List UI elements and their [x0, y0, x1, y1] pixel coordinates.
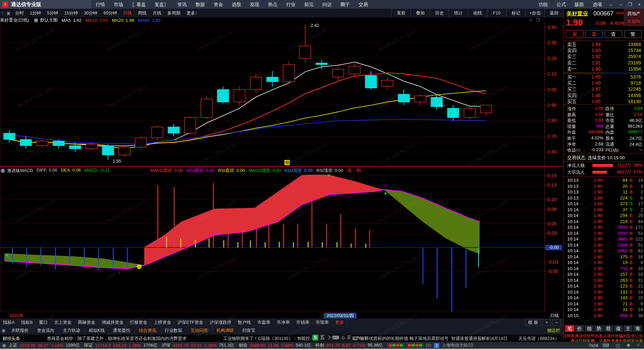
indicator-gear-icon[interactable]: ▾ — [1, 169, 5, 173]
panel-tab-势[interactable]: 势 — [594, 325, 603, 332]
chart-corner-icons[interactable]: ◇ ❒ — [529, 17, 540, 22]
tab-行业数据[interactable]: 行业数据 — [161, 326, 186, 335]
tool-画线[interactable]: 画线 — [468, 9, 487, 17]
main-candlestick-chart[interactable]: 2.421.55精 — [0, 23, 544, 166]
tool-统计[interactable]: 统计 — [449, 9, 468, 17]
tab-指标B[interactable]: 指标B — [18, 318, 36, 326]
menu-item-问达[interactable]: 问达 — [318, 0, 336, 9]
macd-indicator-chart[interactable]: ▼↑↓↑☺▼▼ — [0, 175, 544, 312]
tool-复权[interactable]: 复权 — [391, 9, 411, 17]
period-tab-1分钟[interactable]: 1分钟 — [27, 9, 44, 17]
tab-打板资金[interactable]: 打板资金 — [127, 318, 151, 326]
panel-tab-主[interactable]: 主 — [624, 325, 633, 332]
period-tab-分时[interactable]: 分时 — [12, 9, 27, 17]
launcher-icon[interactable]: ⠿ — [347, 335, 351, 340]
index-name[interactable]: 深证 — [84, 342, 93, 348]
layout-grid-icon[interactable]: ▣ — [5, 11, 12, 15]
tab-资金流向[interactable]: 资金流向 — [33, 326, 59, 335]
launcher-icon[interactable]: ☺ — [341, 335, 345, 340]
menu-item-功能[interactable]: 功能 — [534, 0, 552, 9]
menu-item-资金[interactable]: 资金 — [209, 0, 227, 9]
period-tab-30分钟[interactable]: 30分钟 — [81, 9, 100, 17]
tab-散户线[interactable]: 散户线 — [235, 318, 254, 326]
action-button-查[interactable]: 查 — [605, 30, 622, 38]
panel-tab-值[interactable]: 值 — [614, 325, 623, 332]
main-layout-label[interactable]: 默认主图 — [40, 17, 58, 23]
minimize-button[interactable]: – — [616, 0, 625, 9]
tab-市销率[interactable]: 市销率 — [293, 318, 313, 326]
tab-两融资金[interactable]: 两融资金 — [75, 318, 99, 326]
period-tab-周线[interactable]: 周线 — [135, 9, 150, 17]
panel-icon[interactable]: ▣ — [0, 328, 7, 333]
tab-互动问答[interactable]: 互动问答 — [186, 326, 212, 335]
tab-沪深ETF资金[interactable]: 沪深ETF资金 — [174, 318, 207, 326]
ticker-segment[interactable]: 财经头条 — [3, 336, 20, 342]
menu-item-市场[interactable]: 市场 — [109, 0, 127, 9]
index-name[interactable]: 上证 — [8, 342, 17, 348]
tab-指标A[interactable]: 指标A — [0, 318, 18, 326]
axis-period-label[interactable]: 日线 — [546, 313, 563, 319]
period-tab-60分钟[interactable]: 60分钟 — [100, 9, 120, 17]
back-chevron-icon[interactable]: ⟨ — [0, 11, 5, 15]
period-tab-5分钟[interactable]: 5分钟 — [44, 9, 61, 17]
tab-增减持资金[interactable]: 增减持资金 — [99, 318, 127, 326]
panel-tab-筹[interactable]: 筹 — [633, 325, 642, 332]
template-button[interactable]: 模 板 — [525, 319, 541, 326]
tab-窗口[interactable]: 窗口 — [36, 318, 51, 326]
period-tab-日线[interactable]: 日线 — [120, 9, 135, 17]
back-button[interactable]: ← — [606, 0, 616, 9]
tab-逐笔委托[interactable]: 逐笔委托 — [109, 326, 135, 335]
action-button-警[interactable]: 警 — [624, 30, 642, 38]
tab-市现率[interactable]: 市现率 — [313, 318, 332, 326]
period-tab-更多〉[interactable]: 更多〉 — [183, 9, 203, 17]
industry-box[interactable]: 房地产2.32% — [624, 9, 644, 26]
menu-item-发现[interactable]: 发现 — [246, 0, 264, 9]
tab-主力轨迹[interactable]: 主力轨迹 — [59, 326, 85, 335]
tab-北上资金[interactable]: 北上资金 — [51, 318, 75, 326]
satellite-icon[interactable]: ✹ — [626, 343, 630, 348]
launcher-icon[interactable]: 五 — [320, 335, 325, 341]
tab-市盈率[interactable]: 市盈率 — [254, 318, 274, 326]
tool-标记[interactable]: 标记 — [506, 9, 525, 17]
menu-item-行业[interactable]: 行业 — [282, 0, 300, 9]
tab-综合资讯[interactable]: 综合资讯 — [135, 326, 161, 335]
action-button-卖[interactable]: 卖 — [585, 30, 603, 38]
tab-上榜资金[interactable]: 上榜资金 — [151, 318, 174, 326]
monitor-icon[interactable]: ◫ — [615, 343, 620, 348]
tab-机构调研[interactable]: 机构调研 — [212, 326, 238, 335]
period-tab-月线[interactable]: 月线 — [150, 9, 164, 17]
panel-tab-笔[interactable]: 笔 — [565, 325, 574, 332]
menu-item-圈子[interactable]: 圈子 — [336, 0, 354, 9]
index-name[interactable]: 创业 — [238, 342, 247, 348]
quick-launcher[interactable]: S五☽⌨☺⠿ — [310, 333, 353, 343]
index-name[interactable]: 沪深 — [162, 342, 170, 348]
restore-button[interactable]: ❒ — [625, 0, 635, 9]
menu-item-选项[interactable]: 选项 — [588, 0, 606, 9]
stock-name[interactable]: 美好置业 — [567, 10, 588, 17]
menu-item-热点[interactable]: 热点 — [264, 0, 282, 9]
tool-返回[interactable]: 返回 — [544, 9, 564, 17]
menu-item-前沿[interactable]: 前沿 — [300, 0, 318, 9]
tool-历史[interactable]: 历史 — [430, 9, 449, 17]
menu-item-〖看盘[interactable]: 〖看盘 — [127, 0, 150, 9]
launcher-icon[interactable]: ☽ — [326, 335, 331, 340]
period-tab-多周期[interactable]: 多周期 — [164, 9, 183, 17]
tool-+自选[interactable]: +自选 — [525, 9, 544, 17]
menu-item-复盘〗[interactable]: 复盘〗 — [150, 0, 173, 9]
tab-相似K线[interactable]: 相似K线 — [85, 326, 109, 335]
panel-tab-联[interactable]: 联 — [604, 325, 613, 332]
tool-叠加[interactable]: 叠加 — [411, 9, 430, 17]
gear-icon[interactable]: ▾ — [34, 18, 38, 23]
menu-item-行情[interactable]: 行情 — [91, 0, 109, 9]
menu-item-交易[interactable]: 交易 — [354, 0, 372, 9]
menu-item-资讯[interactable]: 资讯 — [173, 0, 191, 9]
menu-item-选股[interactable]: 选股 — [227, 0, 246, 9]
tab-沪深涨跌停[interactable]: 沪深涨跌停 — [207, 318, 235, 326]
sidebar-toggle[interactable]: 侧边栏 — [547, 326, 560, 335]
launcher-icon[interactable]: ⌨ — [332, 335, 339, 340]
menu-item-公式[interactable]: 公式 — [552, 0, 570, 9]
zoom-out-button[interactable]: – — [552, 319, 561, 326]
tab-扫雷宝[interactable]: 扫雷宝 — [238, 326, 260, 335]
ticker-segment[interactable]: 券商晨会精华：除了基建之外，稳增长政策是否还会刺激国内的消费需求 — [47, 336, 186, 342]
keyboard-icon[interactable]: ⌨ — [602, 343, 609, 348]
